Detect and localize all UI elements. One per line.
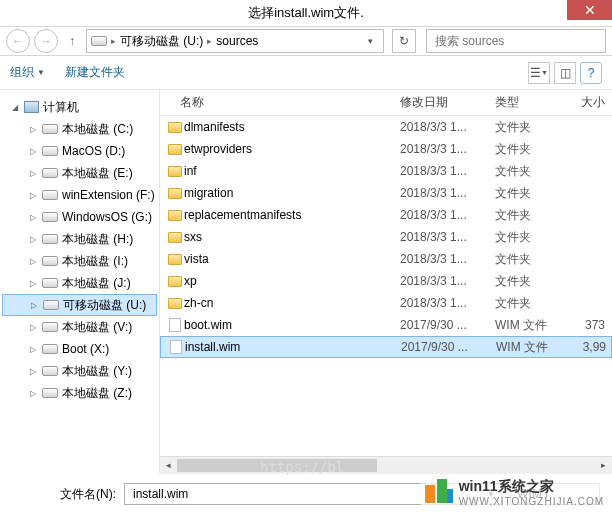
file-type: 文件夹 <box>495 273 565 290</box>
scroll-track[interactable] <box>177 457 595 474</box>
watermark-logo-icon <box>425 479 453 507</box>
tree-drive-item[interactable]: ▷本地磁盘 (H:) <box>0 228 159 250</box>
folder-row[interactable]: etwproviders2018/3/3 1...文件夹 <box>160 138 612 160</box>
breadcrumb-drive[interactable]: 可移动磁盘 (U:) <box>120 33 203 50</box>
tree-item-label: 本地磁盘 (J:) <box>62 275 131 292</box>
folder-row[interactable]: replacementmanifests2018/3/3 1...文件夹 <box>160 204 612 226</box>
expand-icon[interactable]: ▷ <box>28 323 38 332</box>
expand-icon[interactable]: ▷ <box>28 345 38 354</box>
tree-root-computer[interactable]: ◢ 计算机 <box>0 96 159 118</box>
file-type: WIM 文件 <box>495 317 565 334</box>
folder-row[interactable]: vista2018/3/3 1...文件夹 <box>160 248 612 270</box>
arrow-right-icon: → <box>40 34 52 48</box>
watermark-line1: win11系统之家 <box>459 478 604 496</box>
horizontal-scrollbar[interactable]: ◂ ▸ <box>160 456 612 473</box>
address-dropdown[interactable]: ▾ <box>361 36 379 46</box>
tree-drive-item[interactable]: ▷本地磁盘 (Z:) <box>0 382 159 404</box>
drive-icon <box>91 36 107 46</box>
expand-icon[interactable]: ▷ <box>28 125 38 134</box>
view-icon: ☰ <box>530 66 541 80</box>
file-type: 文件夹 <box>495 185 565 202</box>
scroll-right-icon[interactable]: ▸ <box>595 457 612 474</box>
expand-icon[interactable]: ▷ <box>28 147 38 156</box>
forward-button[interactable]: → <box>34 29 58 53</box>
tree-item-label: MacOS (D:) <box>62 144 125 158</box>
pane-icon: ◫ <box>560 66 571 80</box>
file-name: replacementmanifests <box>184 208 400 222</box>
search-input[interactable] <box>426 29 606 53</box>
file-row[interactable]: install.wim2017/9/30 ...WIM 文件3,99 <box>160 336 612 358</box>
chevron-down-icon: ▼ <box>541 69 548 76</box>
file-name: dlmanifests <box>184 120 400 134</box>
tree-item-label: 本地磁盘 (H:) <box>62 231 133 248</box>
folder-row[interactable]: xp2018/3/3 1...文件夹 <box>160 270 612 292</box>
file-date: 2018/3/3 1... <box>400 252 495 266</box>
tree-drive-item[interactable]: ▷MacOS (D:) <box>0 140 159 162</box>
breadcrumb-folder[interactable]: sources <box>216 34 258 48</box>
address-bar[interactable]: ▸ 可移动磁盘 (U:) ▸ sources ▾ <box>86 29 384 53</box>
tree-item-label: 本地磁盘 (I:) <box>62 253 128 270</box>
expand-icon[interactable]: ▷ <box>28 213 38 222</box>
view-options-button[interactable]: ☰▼ <box>528 62 550 84</box>
tree-item-label: 本地磁盘 (Z:) <box>62 385 132 402</box>
folder-row[interactable]: zh-cn2018/3/3 1...文件夹 <box>160 292 612 314</box>
new-folder-button[interactable]: 新建文件夹 <box>65 64 125 81</box>
organize-menu[interactable]: 组织 ▼ <box>10 64 45 81</box>
close-button[interactable]: ✕ <box>567 0 612 20</box>
folder-row[interactable]: sxs2018/3/3 1...文件夹 <box>160 226 612 248</box>
file-name: etwproviders <box>184 142 400 156</box>
help-button[interactable]: ? <box>580 62 602 84</box>
refresh-button[interactable]: ↻ <box>392 29 416 53</box>
tree-drive-item[interactable]: ▷本地磁盘 (J:) <box>0 272 159 294</box>
search-field[interactable] <box>433 33 599 49</box>
col-name[interactable]: 名称 <box>180 94 400 111</box>
back-button[interactable]: ← <box>6 29 30 53</box>
file-type: 文件夹 <box>495 119 565 136</box>
preview-pane-button[interactable]: ◫ <box>554 62 576 84</box>
tree-drive-item[interactable]: ▷可移动磁盘 (U:) <box>2 294 157 316</box>
col-size[interactable]: 大小 <box>565 94 605 111</box>
tree-drive-item[interactable]: ▷Boot (X:) <box>0 338 159 360</box>
folder-row[interactable]: migration2018/3/3 1...文件夹 <box>160 182 612 204</box>
tree-drive-item[interactable]: ▷WindowsOS (G:) <box>0 206 159 228</box>
arrow-left-icon: ← <box>12 34 24 48</box>
tree-drive-item[interactable]: ▷本地磁盘 (I:) <box>0 250 159 272</box>
drive-icon <box>42 212 58 222</box>
file-row[interactable]: boot.wim2017/9/30 ...WIM 文件373 <box>160 314 612 336</box>
scroll-left-icon[interactable]: ◂ <box>160 457 177 474</box>
tree-drive-item[interactable]: ▷本地磁盘 (E:) <box>0 162 159 184</box>
col-date[interactable]: 修改日期 <box>400 94 495 111</box>
file-type: 文件夹 <box>495 295 565 312</box>
expand-icon[interactable]: ▷ <box>28 279 38 288</box>
tree-drive-item[interactable]: ▷本地磁盘 (Y:) <box>0 360 159 382</box>
folder-row[interactable]: inf2018/3/3 1...文件夹 <box>160 160 612 182</box>
collapse-icon[interactable]: ◢ <box>10 103 20 112</box>
expand-icon[interactable]: ▷ <box>29 301 39 310</box>
expand-icon[interactable]: ▷ <box>28 367 38 376</box>
expand-icon[interactable]: ▷ <box>28 169 38 178</box>
expand-icon[interactable]: ▷ <box>28 257 38 266</box>
file-date: 2018/3/3 1... <box>400 296 495 310</box>
drive-icon <box>42 168 58 178</box>
tree-drive-item[interactable]: ▷winExtension (F:) <box>0 184 159 206</box>
col-type[interactable]: 类型 <box>495 94 565 111</box>
file-list-area: 名称 修改日期 类型 大小 dlmanifests2018/3/3 1...文件… <box>160 90 612 473</box>
file-date: 2017/9/30 ... <box>401 340 496 354</box>
chevron-right-icon: ▸ <box>111 36 116 46</box>
expand-icon[interactable]: ▷ <box>28 389 38 398</box>
tree-item-label: 可移动磁盘 (U:) <box>63 297 146 314</box>
expand-icon[interactable]: ▷ <box>28 191 38 200</box>
tree-drive-item[interactable]: ▷本地磁盘 (V:) <box>0 316 159 338</box>
file-name: boot.wim <box>184 318 400 332</box>
column-headers: 名称 修改日期 类型 大小 <box>160 90 612 116</box>
drive-icon <box>42 278 58 288</box>
tree-drive-item[interactable]: ▷本地磁盘 (C:) <box>0 118 159 140</box>
expand-icon[interactable]: ▷ <box>28 235 38 244</box>
tree-item-label: WindowsOS (G:) <box>62 210 152 224</box>
up-button[interactable]: ↑ <box>62 31 82 51</box>
toolbar: 组织 ▼ 新建文件夹 ☰▼ ◫ ? <box>0 56 612 90</box>
file-type: WIM 文件 <box>496 339 566 356</box>
tree-item-label: 本地磁盘 (C:) <box>62 121 133 138</box>
folder-row[interactable]: dlmanifests2018/3/3 1...文件夹 <box>160 116 612 138</box>
close-icon: ✕ <box>584 2 596 18</box>
